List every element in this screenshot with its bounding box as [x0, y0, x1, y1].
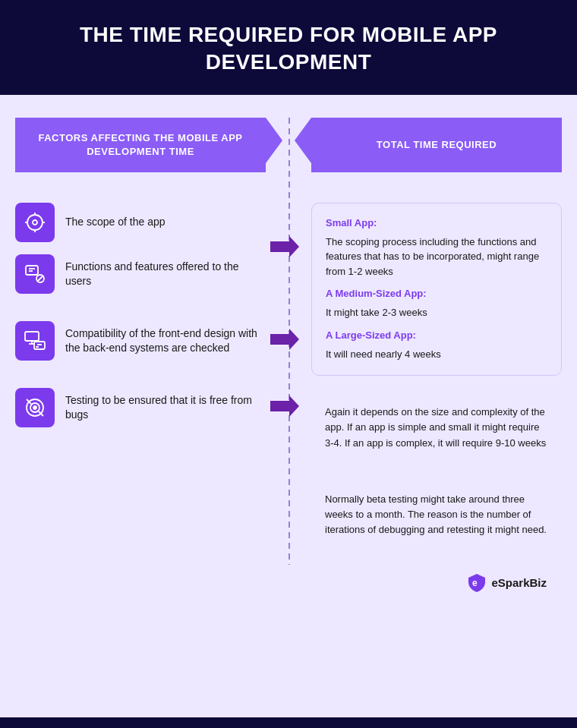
- esparkbiz-logo-icon: e: [467, 572, 487, 592]
- factor-compat-text: Compatibility of the front-end design wi…: [65, 326, 266, 356]
- medium-app-text: It might take 2-3 weeks: [326, 305, 547, 320]
- svg-text:e: e: [472, 578, 478, 588]
- compat-time-text: Again it depends on the size and complex…: [325, 405, 548, 450]
- svg-point-1: [33, 220, 37, 225]
- svg-rect-6: [26, 266, 38, 275]
- main-content: FACTORS AFFECTING THE MOBILE APP DEVELOP…: [0, 95, 577, 717]
- svg-point-0: [27, 215, 43, 230]
- right-column: TOTAL TIME REQUIRED Small App: The scopi…: [288, 118, 562, 565]
- scope-icon: [24, 211, 46, 234]
- factor-scope: The scope of the app: [15, 203, 266, 242]
- factor-group-1: The scope of the app Fun: [15, 203, 266, 294]
- factor-testing-text: Testing to be ensured that it is free fr…: [65, 393, 266, 423]
- scope-time-card: Small App: The scoping process including…: [311, 203, 562, 377]
- large-app-text: It will need nearly 4 weeks: [326, 347, 547, 362]
- two-columns: FACTORS AFFECTING THE MOBILE APP DEVELOP…: [15, 118, 562, 565]
- right-banner: TOTAL TIME REQUIRED: [311, 118, 562, 172]
- svg-rect-13: [25, 332, 39, 341]
- test-time-text: Normally beta testing might take around …: [325, 492, 548, 537]
- medium-app-label: A Medium-Sized App:: [326, 288, 547, 299]
- svg-line-8: [38, 279, 40, 281]
- svg-marker-12: [270, 236, 299, 257]
- large-app-label: A Large-Sized App:: [326, 329, 547, 341]
- svg-line-9: [40, 276, 43, 279]
- features-icon-box: [15, 254, 55, 294]
- page-header: THE TIME REQUIRED FOR MOBILE APP DEVELOP…: [0, 0, 577, 95]
- small-app-label: Small App:: [326, 217, 547, 228]
- scope-icon-box: [15, 203, 55, 242]
- svg-point-22: [33, 406, 36, 409]
- testing-icon: [24, 396, 46, 419]
- brand-name: eSparkBiz: [491, 576, 547, 589]
- factor-group-2: Compatibility of the front-end design wi…: [15, 321, 266, 361]
- small-app-text: The scoping process including the functi…: [326, 235, 547, 279]
- brand-logo: e eSparkBiz: [467, 572, 547, 592]
- arrow-1: [270, 236, 299, 260]
- factor-group-3: Testing to be ensured that it is free fr…: [15, 388, 266, 427]
- factor-features: Functions and features offered to the us…: [15, 254, 266, 294]
- footer: inquiry@esparkinfo.com www.esparkinfo.co…: [0, 717, 577, 728]
- left-banner: FACTORS AFFECTING THE MOBILE APP DEVELOP…: [15, 118, 266, 172]
- arrow-2: [270, 329, 299, 353]
- test-time-card: Normally beta testing might take around …: [311, 480, 562, 550]
- factor-scope-text: The scope of the app: [65, 215, 166, 230]
- compat-icon: [24, 329, 46, 352]
- svg-marker-25: [270, 396, 299, 417]
- features-icon: [24, 263, 46, 285]
- left-column: FACTORS AFFECTING THE MOBILE APP DEVELOP…: [15, 118, 288, 565]
- svg-rect-16: [34, 342, 45, 349]
- svg-marker-19: [270, 329, 299, 350]
- compat-time-card: Again it depends on the size and complex…: [311, 392, 562, 462]
- testing-icon-box: [15, 388, 55, 427]
- factor-compatibility: Compatibility of the front-end design wi…: [15, 321, 266, 361]
- factor-testing: Testing to be ensured that it is free fr…: [15, 388, 266, 427]
- factor-features-text: Functions and features offered to the us…: [65, 260, 266, 289]
- arrow-3: [270, 396, 299, 420]
- page-title: THE TIME REQUIRED FOR MOBILE APP DEVELOP…: [46, 21, 531, 77]
- compat-icon-box: [15, 321, 55, 361]
- brand-row: e eSparkBiz: [15, 565, 562, 597]
